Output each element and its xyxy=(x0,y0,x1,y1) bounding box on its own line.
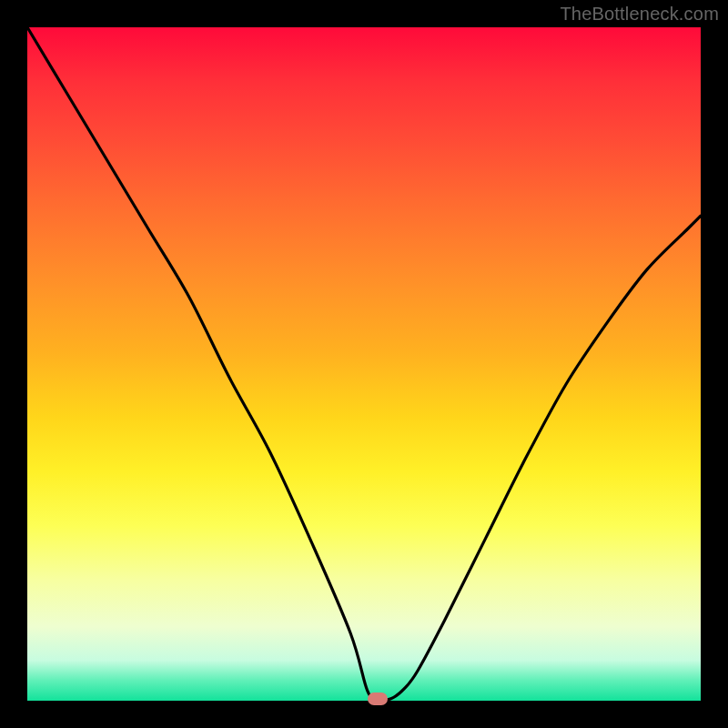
plot-area xyxy=(27,27,701,701)
optimal-point-marker xyxy=(368,693,388,705)
curve-svg xyxy=(27,27,701,701)
watermark-text: TheBottleneck.com xyxy=(560,4,719,25)
chart-frame: TheBottleneck.com xyxy=(0,0,728,728)
bottleneck-curve xyxy=(27,27,701,700)
